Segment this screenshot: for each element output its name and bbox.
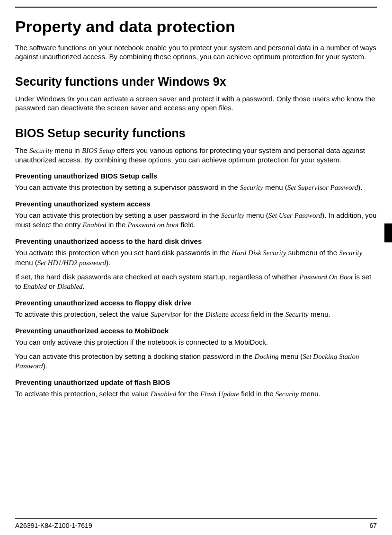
bios-intro: The Security menu in BIOS Setup offers y…: [15, 146, 377, 164]
text: field in the: [249, 310, 285, 318]
top-rule: [15, 7, 377, 8]
text: menu (: [244, 211, 268, 219]
subheading-system-access: Preventing unauthorized system access: [15, 200, 377, 208]
text: The: [15, 146, 29, 154]
subheading-mobidock: Preventing unauthorized access to MobiDo…: [15, 327, 377, 335]
text: ).: [106, 259, 110, 267]
text: menu (: [278, 352, 303, 360]
subheading-floppy: Preventing unauthorized access to floppy…: [15, 299, 377, 307]
subheading-bios-calls: Preventing unauthorized BIOS Setup calls: [15, 172, 377, 180]
page-footer: A26391-K84-Z100-1-7619 67: [15, 522, 377, 529]
italic-term: Flash Update: [200, 390, 239, 398]
text: menu.: [299, 390, 321, 398]
page-tab-marker: [384, 223, 392, 242]
text: ).: [43, 362, 47, 370]
text: To activate this protection, select the …: [15, 390, 151, 398]
sub3-body1: You activate this protection when you se…: [15, 248, 377, 267]
text: If set, the hard disk passwords are chec…: [15, 273, 299, 281]
subheading-hard-disk: Preventing unauthorized access to the ha…: [15, 237, 377, 245]
italic-term: Security: [285, 311, 309, 318]
intro-paragraph: The software functions on your notebook …: [15, 43, 377, 61]
text: .: [83, 282, 85, 290]
section-heading-bios: BIOS Setup security functions: [15, 126, 377, 140]
page-title: Property and data protection: [15, 17, 377, 36]
text: You can activate this protection by sett…: [15, 352, 255, 360]
sub1-body: You can activate this protection by sett…: [15, 183, 377, 192]
italic-term: Disabled: [57, 283, 82, 290]
document-page: Property and data protection The softwar…: [0, 0, 392, 535]
sub3-body2: If set, the hard disk passwords are chec…: [15, 272, 377, 291]
italic-term: Enabled: [23, 283, 47, 290]
text: You activate this protection when you se…: [15, 249, 232, 257]
italic-term: Security: [276, 390, 299, 398]
sub2-body: You can activate this protection by sett…: [15, 211, 377, 230]
italic-term: Enabled: [83, 221, 107, 229]
subheading-flash-bios: Preventing unauthorized update of flash …: [15, 378, 377, 386]
text: field in the: [239, 390, 276, 398]
text: menu in: [53, 146, 82, 154]
text: menu (: [15, 259, 37, 267]
text: for the: [181, 310, 205, 318]
italic-term: Docking: [255, 353, 279, 360]
italic-term: BIOS Setup: [82, 147, 115, 154]
text: You can activate this protection by sett…: [15, 211, 221, 219]
text: submenu of the: [286, 249, 339, 257]
italic-term: Security: [240, 184, 263, 191]
italic-term: Set HD1/HD2 password: [37, 259, 106, 267]
italic-term: Diskette access: [205, 311, 249, 318]
text: menu.: [309, 310, 330, 318]
text: field.: [178, 221, 196, 229]
italic-term: Security: [221, 212, 244, 219]
italic-term: Set Supervisor Password: [287, 184, 358, 191]
windows-body: Under Windows 9x you can activate a scre…: [15, 94, 377, 112]
italic-term: Disabled: [151, 390, 176, 398]
text: You can activate this protection by sett…: [15, 183, 240, 191]
text: menu (: [263, 183, 287, 191]
italic-term: Password on boot: [128, 221, 179, 229]
section-heading-windows: Security functions under Windows 9x: [15, 74, 377, 89]
italic-term: Password On Boot: [299, 273, 353, 281]
italic-term: Security: [29, 147, 53, 154]
bottom-rule: [15, 518, 377, 519]
italic-term: Set User Password: [268, 212, 322, 219]
text: To activate this protection, select the …: [15, 310, 151, 318]
footer-doc-id: A26391-K84-Z100-1-7619: [15, 522, 92, 529]
sub5-body2: You can activate this protection by sett…: [15, 352, 377, 371]
text: ).: [358, 183, 362, 191]
text: in the: [107, 221, 128, 229]
italic-term: Supervisor: [151, 311, 181, 318]
sub5-body1: You can only activate this protection if…: [15, 338, 377, 347]
italic-term: Hard Disk Security: [232, 249, 286, 257]
text: or: [47, 282, 57, 290]
italic-term: Security: [339, 249, 362, 257]
text: for the: [176, 390, 200, 398]
footer-page-number: 67: [369, 522, 377, 529]
sub6-body: To activate this protection, select the …: [15, 389, 377, 399]
sub4-body: To activate this protection, select the …: [15, 310, 377, 319]
